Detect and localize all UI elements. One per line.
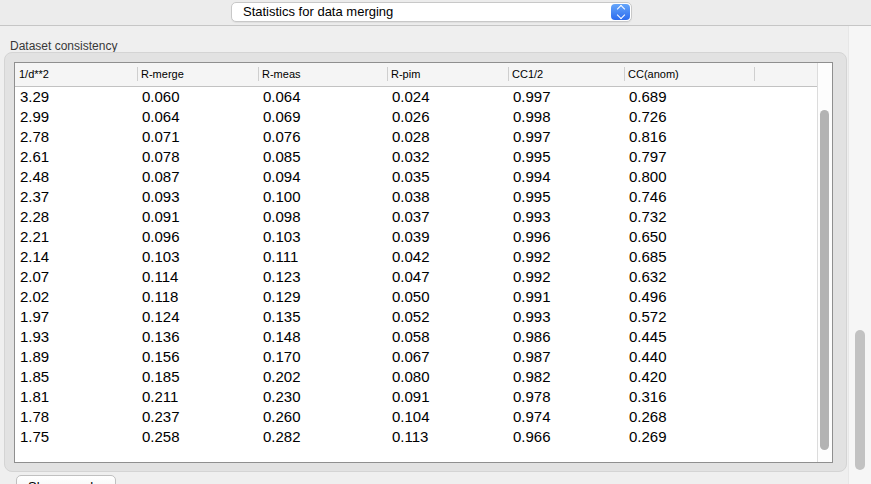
table-cell: 0.035 [387, 167, 508, 187]
table-row[interactable]: 2.020.1180.1290.0500.9910.496 [15, 287, 817, 307]
table-row[interactable]: 1.890.1560.1700.0670.9870.440 [15, 347, 817, 367]
table-cell [754, 287, 817, 307]
table-cell: 0.732 [624, 207, 754, 227]
table-cell: 1.93 [15, 327, 137, 347]
table-cell: 0.170 [258, 347, 387, 367]
table-row[interactable]: 1.810.2110.2300.0910.9780.316 [15, 387, 817, 407]
table-cell: 2.48 [15, 167, 137, 187]
table-cell: 2.07 [15, 267, 137, 287]
column-header-5[interactable]: CC(anom) [624, 63, 754, 86]
table-row[interactable]: 1.750.2580.2820.1130.9660.269 [15, 427, 817, 447]
table-cell [754, 427, 817, 447]
table-cell: 0.118 [137, 287, 258, 307]
table-cell: 0.136 [137, 327, 258, 347]
table-cell: 0.185 [137, 367, 258, 387]
table-cell: 0.071 [137, 127, 258, 147]
table-cell: 0.268 [624, 407, 754, 427]
table-cell: 0.037 [387, 207, 508, 227]
table-cell [754, 307, 817, 327]
column-header-2[interactable]: R-meas [258, 63, 387, 86]
table-scrollbar-thumb[interactable] [820, 110, 829, 450]
table-cell: 0.202 [258, 367, 387, 387]
table-cell: 0.992 [508, 267, 624, 287]
table-cell: 2.61 [15, 147, 137, 167]
table-cell: 0.816 [624, 127, 754, 147]
table-cell: 0.060 [137, 87, 258, 107]
column-header-empty [754, 63, 817, 86]
table-cell [754, 247, 817, 267]
table-cell: 0.094 [258, 167, 387, 187]
table-cell [754, 227, 817, 247]
table-cell: 0.032 [387, 147, 508, 167]
table-cell: 3.29 [15, 87, 137, 107]
table-cell [754, 387, 817, 407]
table-cell: 0.445 [624, 327, 754, 347]
statistics-mode-select[interactable]: Statistics for data merging [231, 2, 632, 22]
table-cell: 0.024 [387, 87, 508, 107]
table-row[interactable]: 2.210.0960.1030.0390.9960.650 [15, 227, 817, 247]
table-cell [754, 87, 817, 107]
table-cell: 0.420 [624, 367, 754, 387]
table-cell: 0.978 [508, 387, 624, 407]
table-cell: 0.995 [508, 147, 624, 167]
table-cell: 1.85 [15, 367, 137, 387]
table-row[interactable]: 2.610.0780.0850.0320.9950.797 [15, 147, 817, 167]
table-cell: 0.746 [624, 187, 754, 207]
table-cell: 0.997 [508, 87, 624, 107]
table-cell: 0.211 [137, 387, 258, 407]
table-row[interactable]: 2.990.0640.0690.0260.9980.726 [15, 107, 817, 127]
table-row[interactable]: 2.070.1140.1230.0470.9920.632 [15, 267, 817, 287]
show-graphs-button[interactable]: Show graphs [16, 475, 116, 484]
column-header-3[interactable]: R-pim [387, 63, 508, 86]
table-row[interactable]: 2.280.0910.0980.0370.9930.732 [15, 207, 817, 227]
table-row[interactable]: 2.780.0710.0760.0280.9970.816 [15, 127, 817, 147]
table-cell: 0.091 [387, 387, 508, 407]
table-cell: 0.496 [624, 287, 754, 307]
column-header-4[interactable]: CC1/2 [508, 63, 624, 86]
table-cell: 0.966 [508, 427, 624, 447]
table-row[interactable]: 2.370.0930.1000.0380.9950.746 [15, 187, 817, 207]
table-cell [754, 407, 817, 427]
table-cell: 0.135 [258, 307, 387, 327]
column-header-0[interactable]: 1/d**2 [15, 63, 137, 86]
table-cell: 0.098 [258, 207, 387, 227]
table-vertical-scrollbar[interactable] [817, 63, 832, 462]
table-body: 3.290.0600.0640.0240.9970.6892.990.0640.… [15, 87, 817, 462]
table-cell: 0.080 [387, 367, 508, 387]
table-row[interactable]: 1.780.2370.2600.1040.9740.268 [15, 407, 817, 427]
table-cell: 0.997 [508, 127, 624, 147]
toolbar: Statistics for data merging [0, 0, 871, 26]
table-cell [754, 107, 817, 127]
table-row[interactable]: 3.290.0600.0640.0240.9970.689 [15, 87, 817, 107]
table-cell: 2.14 [15, 247, 137, 267]
table-cell: 0.103 [258, 227, 387, 247]
column-header-1[interactable]: R-merge [137, 63, 258, 86]
table-cell: 0.282 [258, 427, 387, 447]
table-cell: 0.269 [624, 427, 754, 447]
window-vertical-scrollbar[interactable] [848, 26, 871, 484]
table-cell [754, 127, 817, 147]
table-cell: 0.982 [508, 367, 624, 387]
table-cell: 0.994 [508, 167, 624, 187]
table-cell: 1.75 [15, 427, 137, 447]
table-cell: 0.129 [258, 287, 387, 307]
table-cell: 0.689 [624, 87, 754, 107]
table-row[interactable]: 2.480.0870.0940.0350.9940.800 [15, 167, 817, 187]
table-row[interactable]: 1.970.1240.1350.0520.9930.572 [15, 307, 817, 327]
table-cell [754, 207, 817, 227]
table-cell: 0.987 [508, 347, 624, 367]
table-cell: 0.685 [624, 247, 754, 267]
window-scrollbar-thumb[interactable] [855, 330, 865, 470]
section-title: Dataset consistency [10, 39, 117, 53]
table-cell: 0.064 [137, 107, 258, 127]
table-row[interactable]: 1.850.1850.2020.0800.9820.420 [15, 367, 817, 387]
table-cell [754, 327, 817, 347]
table-row[interactable]: 2.140.1030.1110.0420.9920.685 [15, 247, 817, 267]
table-cell [754, 167, 817, 187]
table-cell: 0.572 [624, 307, 754, 327]
table-row[interactable]: 1.930.1360.1480.0580.9860.445 [15, 327, 817, 347]
table-cell: 0.148 [258, 327, 387, 347]
table-cell: 0.078 [137, 147, 258, 167]
table-cell: 2.02 [15, 287, 137, 307]
table-cell: 0.047 [387, 267, 508, 287]
